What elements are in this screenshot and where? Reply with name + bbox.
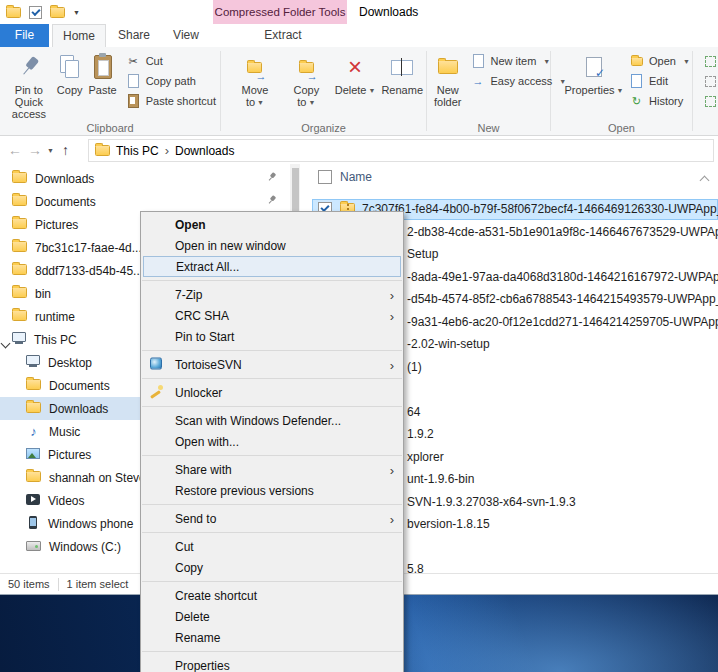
menu-item-open-in-new-window[interactable]: Open in new window — [141, 235, 403, 256]
menu-item-unlocker[interactable]: Unlocker — [141, 382, 403, 403]
submenu-chevron-icon: › — [390, 308, 394, 323]
dropdown-arrow-icon: ▼ — [617, 87, 624, 94]
menu-item-copy[interactable]: Copy — [141, 557, 403, 578]
paste-shortcut-button[interactable]: Paste shortcut — [122, 91, 220, 111]
menu-item-scan-with-windows-defender[interactable]: Scan with Windows Defender... — [141, 410, 403, 431]
select-all-button[interactable]: S — [701, 51, 718, 71]
select-none-button[interactable]: S — [701, 71, 718, 91]
open-label: Open — [649, 55, 676, 67]
copy-to-button[interactable]: → Copy to▼ — [281, 50, 332, 111]
tab-home[interactable]: Home — [52, 24, 106, 47]
invert-selection-icon — [705, 96, 716, 107]
menu-item-label: CRC SHA — [175, 309, 229, 323]
dropdown-arrow-icon: ▼ — [257, 99, 264, 106]
menu-item-rename[interactable]: Rename — [141, 627, 403, 648]
history-button[interactable]: ↻ History — [625, 91, 694, 111]
breadcrumb-this-pc[interactable]: This PC — [116, 144, 159, 158]
tab-share[interactable]: Share — [108, 24, 160, 47]
menu-item-label: Scan with Windows Defender... — [175, 414, 341, 428]
menu-item-properties[interactable]: Properties — [141, 655, 403, 672]
app-folder-icon — [6, 7, 21, 18]
tortoisesvn-icon — [150, 357, 162, 372]
ribbon: Pin to Quick access Copy Paste ✂ Cut — [0, 47, 718, 136]
edit-button[interactable]: Edit — [625, 71, 694, 91]
phone-icon — [29, 516, 37, 529]
tab-extract[interactable]: Extract — [252, 24, 314, 47]
select-all-checkbox[interactable] — [318, 170, 332, 184]
menu-item-label: Delete — [175, 610, 210, 624]
menu-item-label: Copy — [175, 561, 203, 575]
menu-item-label: Open — [175, 218, 206, 232]
new-folder-quick-icon[interactable] — [50, 7, 65, 18]
folder-icon — [12, 241, 27, 252]
menu-item-send-to[interactable]: Send to › — [141, 508, 403, 529]
menu-item-share-with[interactable]: Share with › — [141, 459, 403, 480]
tab-file[interactable]: File — [0, 24, 49, 47]
sidebar-item-label: Documents — [35, 195, 96, 209]
sidebar-item-documents-pinned[interactable]: Documents — [0, 190, 290, 213]
address-box[interactable]: This PC › Downloads — [88, 139, 714, 162]
unlocker-icon — [150, 385, 163, 401]
folder-icon — [12, 218, 27, 229]
menu-item-delete[interactable]: Delete — [141, 606, 403, 627]
file-name: SVN-1.9.3.27038-x64-svn-1.9.3 — [407, 495, 576, 509]
menu-item-restore-previous-versions[interactable]: Restore previous versions — [141, 480, 403, 501]
column-header-row: Name — [300, 164, 718, 190]
menu-item-label: Rename — [175, 631, 220, 645]
menu-item-label: Restore previous versions — [175, 484, 314, 498]
tab-view[interactable]: View — [162, 24, 210, 47]
menu-item-crc-sha[interactable]: CRC SHA › — [141, 305, 403, 326]
properties-button[interactable]: ✓ Properties▼ — [565, 50, 623, 99]
chevron-down-icon[interactable]: ▼ — [73, 9, 80, 16]
breadcrumb-chevron-icon[interactable]: › — [165, 143, 169, 158]
ribbon-group-organize: → Move to▼ → Copy to▼ × Delete▼ Rename O… — [221, 47, 426, 135]
back-button[interactable]: ← — [8, 136, 22, 164]
properties-quick-icon[interactable] — [29, 6, 42, 19]
open-button[interactable]: Open ▼ — [625, 51, 694, 71]
sidebar-item-label: Downloads — [35, 172, 94, 186]
rename-icon — [391, 60, 413, 75]
rename-button[interactable]: Rename — [378, 50, 426, 98]
scissors-icon: ✂ — [126, 54, 141, 68]
paste-label: Paste — [89, 84, 117, 96]
sidebar-item-downloads-pinned[interactable]: Downloads — [0, 167, 290, 190]
move-to-button[interactable]: → Move to▼ — [229, 50, 281, 111]
menu-separator — [142, 532, 402, 533]
sidebar-item-label: This PC — [34, 333, 77, 347]
menu-item-7-zip[interactable]: 7-Zip › — [141, 284, 403, 305]
copy-path-button[interactable]: Copy path — [122, 71, 220, 91]
menu-item-tortoisesvn[interactable]: TortoiseSVN › — [141, 354, 403, 375]
expander-chevron-icon[interactable] — [1, 339, 11, 349]
menu-item-cut[interactable]: Cut — [141, 536, 403, 557]
pin-to-quick-access-button[interactable]: Pin to Quick access — [4, 50, 54, 122]
status-divider — [58, 578, 59, 591]
delete-label: Delete — [335, 84, 367, 96]
breadcrumb-downloads[interactable]: Downloads — [175, 144, 234, 158]
menu-item-open-with[interactable]: Open with... — [141, 431, 403, 452]
forward-button[interactable]: → — [28, 136, 42, 164]
menu-item-pin-to-start[interactable]: Pin to Start — [141, 326, 403, 347]
file-name: -2.02-win-setup — [407, 337, 490, 351]
new-folder-icon — [438, 60, 458, 74]
up-button[interactable]: ↑ — [62, 136, 69, 164]
computer-icon — [12, 332, 26, 344]
menu-item-extract-all[interactable]: Extract All... — [143, 256, 401, 277]
menu-item-label: Pin to Start — [175, 330, 234, 344]
scrollbar-up-icon[interactable] — [701, 173, 708, 187]
invert-selection-button[interactable] — [701, 91, 718, 111]
paste-icon — [94, 55, 112, 79]
delete-button[interactable]: × Delete▼ — [332, 50, 379, 99]
menu-item-create-shortcut[interactable]: Create shortcut — [141, 585, 403, 606]
file-name: 64 — [407, 405, 420, 419]
new-group-label: New — [427, 122, 550, 134]
sidebar-item-label: Downloads — [49, 402, 108, 416]
menu-item-open[interactable]: Open — [141, 214, 403, 235]
history-icon: ↻ — [629, 94, 644, 108]
cut-button[interactable]: ✂ Cut — [122, 51, 220, 71]
ribbon-group-new: New folder New item ▼ → Easy access ▼ Ne… — [427, 47, 550, 135]
column-header-name[interactable]: Name — [340, 170, 372, 184]
copy-button[interactable]: Copy — [54, 50, 86, 98]
recent-locations-chevron-icon[interactable]: ▼ — [47, 136, 54, 164]
new-folder-button[interactable]: New folder — [431, 50, 465, 110]
paste-button[interactable]: Paste — [86, 50, 120, 98]
